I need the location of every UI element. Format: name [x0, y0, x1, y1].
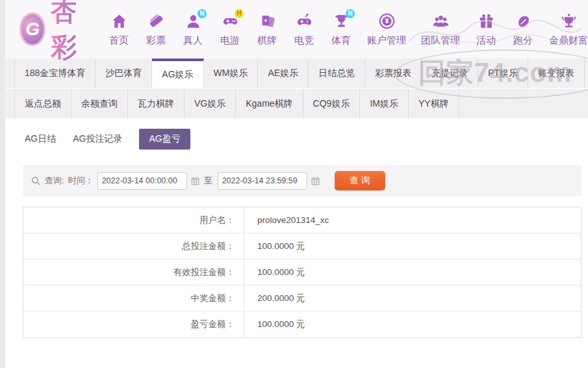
- row-label: 有效投注金额：: [23, 259, 244, 285]
- tab-ae-entertainment[interactable]: AE娱乐: [258, 59, 309, 88]
- row-value: 100.0000 元: [244, 259, 305, 285]
- profit-loss-report-table: 用户名： prolove201314_xc 总投注金额： 100.0000 元 …: [23, 207, 582, 338]
- query-bar: 查询: 时间： 至 查 询: [23, 165, 582, 196]
- row-label: 总投注金额：: [23, 233, 244, 259]
- end-time-input[interactable]: [218, 172, 307, 190]
- gift-icon: [478, 12, 495, 33]
- nav-item-account-management[interactable]: ¥ 账户管理: [367, 12, 406, 47]
- query-button[interactable]: 查 询: [335, 171, 385, 191]
- hot-badge: H: [235, 9, 244, 18]
- joystick-icon: [296, 12, 313, 33]
- tab-pt-entertainment[interactable]: PT娱乐: [478, 59, 528, 88]
- nav-label: 体育: [331, 34, 351, 47]
- calendar-icon[interactable]: [311, 176, 320, 186]
- cards-icon: [259, 12, 276, 33]
- nav-item-boardcards[interactable]: 棋牌: [256, 12, 278, 47]
- nav-label: 真人: [183, 34, 203, 47]
- brand-emblem-icon: G: [19, 12, 45, 46]
- nav-label: 活动: [476, 34, 496, 47]
- row-label: 中奖金额：: [23, 285, 244, 311]
- nav-label: 账户管理: [367, 34, 406, 47]
- table-row-winning-amount: 中奖金额： 200.0000 元: [23, 285, 581, 311]
- tab-cq9-entertainment[interactable]: CQ9娱乐: [303, 89, 361, 118]
- start-time-input[interactable]: [97, 172, 187, 190]
- hand-icon: [515, 12, 532, 33]
- ag-subtabs: AG日结 AG投注记录 AG盈亏: [5, 118, 588, 150]
- tab-wali-boardcards[interactable]: 瓦力棋牌: [128, 89, 185, 118]
- nav-label: 跑分: [513, 34, 533, 47]
- table-row-profit-loss-amount: 盈亏金额： 100.0000 元: [23, 311, 581, 337]
- row-value: 100.0000 元: [244, 233, 305, 259]
- tab-wm-entertainment[interactable]: WM娱乐: [204, 59, 259, 88]
- tab-shaba-sports[interactable]: 沙巴体育: [96, 59, 152, 88]
- time-label: 时间：: [68, 175, 94, 187]
- nav-label: 首页: [109, 34, 129, 47]
- row-label: 盈亏金额：: [23, 311, 244, 337]
- report-tabbar: 188金宝博体育 沙巴体育 AG娱乐 WM娱乐 AE娱乐 日结总览 彩票报表 充…: [5, 59, 588, 118]
- nav-item-sports[interactable]: 体育 N: [330, 12, 352, 47]
- page: G 杏彩 首页 彩票 真人 N 电: [0, 0, 588, 368]
- nav-label: 彩票: [146, 34, 166, 47]
- subtab-ag-bet-records[interactable]: AG投注记录: [73, 133, 122, 145]
- nav-item-team-management[interactable]: 团队管理: [421, 12, 460, 47]
- coin-icon: ¥: [378, 12, 396, 33]
- nav-item-golden-wealth[interactable]: 金鼎财富: [549, 12, 588, 47]
- top-header: G 杏彩 首页 彩票 真人 N 电: [5, 0, 588, 59]
- nav-item-egames[interactable]: 电游 H: [219, 12, 241, 47]
- nav-item-paofen[interactable]: 跑分: [512, 12, 534, 47]
- table-row-valid-bet: 有效投注金额： 100.0000 元: [23, 259, 581, 285]
- tab-ag-entertainment[interactable]: AG娱乐: [152, 59, 203, 88]
- tab-vg-entertainment[interactable]: VG娱乐: [185, 89, 236, 118]
- table-row-username: 用户名： prolove201314_xc: [23, 207, 581, 233]
- tabrow-2: 返点总额 余额查询 瓦力棋牌 VG娱乐 Kgame棋牌 CQ9娱乐 IM娱乐 Y…: [5, 88, 588, 118]
- new-badge: N: [346, 9, 355, 18]
- tab-rebate-total[interactable]: 返点总额: [14, 89, 71, 118]
- nav-label: 金鼎财富: [549, 34, 588, 47]
- row-label: 用户名：: [23, 207, 244, 233]
- search-icon: [31, 176, 42, 187]
- tab-im-entertainment[interactable]: IM娱乐: [360, 89, 409, 118]
- to-label: 至: [204, 175, 212, 187]
- brand-name: 杏彩: [51, 0, 90, 65]
- nav-item-lottery[interactable]: 彩票: [145, 12, 167, 47]
- subtab-ag-profit-loss[interactable]: AG盈亏: [139, 129, 190, 150]
- query-label: 查询:: [45, 175, 64, 187]
- tabrow-1: 188金宝博体育 沙巴体育 AG娱乐 WM娱乐 AE娱乐 日结总览 彩票报表 充…: [5, 59, 588, 88]
- tab-transfer-report[interactable]: 转账报表: [585, 59, 588, 88]
- new-badge: N: [198, 9, 207, 18]
- table-row-total-bet: 总投注金额： 100.0000 元: [23, 233, 581, 259]
- svg-text:¥: ¥: [385, 18, 389, 25]
- treasure-icon: [560, 12, 578, 33]
- tab-lottery-report[interactable]: 彩票报表: [365, 59, 422, 88]
- brand-logo[interactable]: G 杏彩: [19, 0, 90, 65]
- tab-188jinbaobo-sports[interactable]: 188金宝博体育: [14, 59, 96, 88]
- page-left-margin: [0, 0, 5, 368]
- nav-item-live[interactable]: 真人 N: [182, 12, 204, 47]
- nav-label: 棋牌: [257, 34, 277, 47]
- tab-kgame-boardcards[interactable]: Kgame棋牌: [236, 89, 303, 118]
- team-icon: [432, 12, 450, 33]
- nav-item-esports[interactable]: 电竞: [293, 12, 315, 47]
- row-value: 100.0000 元: [244, 311, 305, 337]
- tab-yy-boardcards[interactable]: YY棋牌: [409, 89, 459, 118]
- ticket-icon: [147, 12, 165, 33]
- nav-item-home[interactable]: 首页: [108, 12, 130, 47]
- subtab-ag-daily[interactable]: AG日结: [25, 133, 56, 145]
- home-icon: [110, 12, 128, 33]
- calendar-icon[interactable]: [190, 176, 200, 186]
- nav-label: 团队管理: [421, 34, 460, 47]
- row-value: prolove201314_xc: [244, 207, 329, 233]
- row-value: 200.0000 元: [244, 285, 305, 311]
- nav-label: 电游: [220, 34, 240, 47]
- tab-balance-query[interactable]: 余额查询: [71, 89, 128, 118]
- tab-deposit-withdraw-records[interactable]: 充提记录: [422, 59, 478, 88]
- main-nav: 首页 彩票 真人 N 电游 H 棋牌: [108, 12, 588, 47]
- tab-daily-overview[interactable]: 日结总览: [309, 59, 365, 88]
- nav-item-promotions[interactable]: 活动: [475, 12, 497, 47]
- tab-account-change-report[interactable]: 账变报表: [528, 59, 585, 88]
- nav-label: 电竞: [294, 34, 314, 47]
